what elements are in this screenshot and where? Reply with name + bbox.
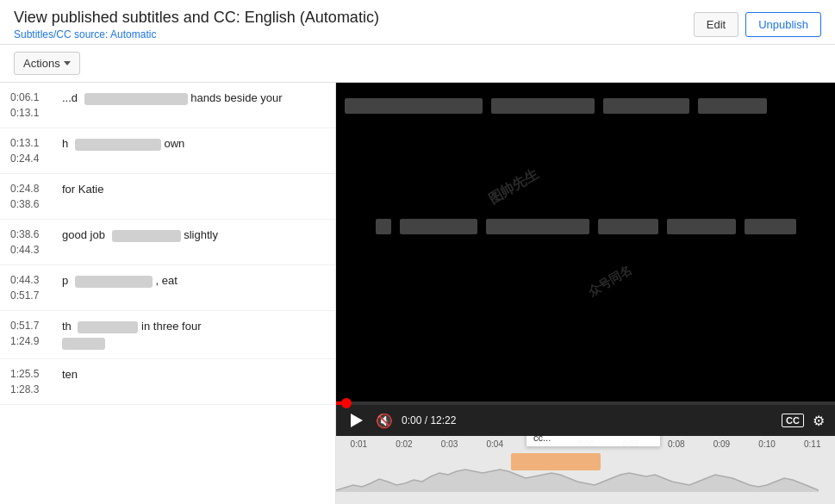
subtitle-list[interactable]: 0:06.10:13.1 ...d hands beside your 0:13… bbox=[0, 83, 336, 504]
subtitle-source: Subtitles/CC source: Automatic bbox=[14, 28, 379, 40]
time-range: 0:06.10:13.1 bbox=[10, 90, 62, 121]
tooltip-line2: cc... bbox=[533, 436, 551, 443]
waveform bbox=[336, 466, 819, 492]
tick: 0:11 bbox=[789, 439, 835, 449]
gear-icon: ⚙ bbox=[813, 414, 825, 428]
subtitle-item[interactable]: 0:38.60:44.3 good job slightly bbox=[0, 220, 335, 265]
blur-block bbox=[667, 219, 736, 234]
tick: 0:01 bbox=[336, 439, 382, 449]
blur-top-row bbox=[345, 98, 826, 114]
tick: 0:02 bbox=[382, 439, 427, 449]
time-range: 0:38.60:44.3 bbox=[10, 227, 62, 258]
video-controls: 🔇 0:00 / 12:22 CC ⚙ bbox=[336, 405, 835, 436]
subtitle-item[interactable]: 0:44.30:51.7 p , eat bbox=[0, 265, 335, 311]
current-time: 0:00 bbox=[402, 414, 421, 426]
blur-block bbox=[376, 219, 391, 234]
timeline[interactable]: 0:01 0:02 0:03 0:04 0:05 0:06 0:07 0:08 … bbox=[336, 436, 835, 504]
timeline-content: an I'm get started cc... bbox=[336, 449, 835, 492]
blur-block bbox=[491, 98, 595, 114]
subtitle-source-label: Subtitles/CC source: bbox=[14, 28, 108, 40]
subtitle-item[interactable]: 1:25.51:28.3 ten bbox=[0, 359, 335, 405]
duration: 12:22 bbox=[430, 414, 456, 426]
subtitle-item[interactable]: 0:51.71:24.9 th in three four bbox=[0, 311, 335, 359]
subtitle-item[interactable]: 0:24.80:38.6 for Katie bbox=[0, 174, 335, 220]
blur-block bbox=[345, 98, 483, 114]
subtitle-text: p , eat bbox=[62, 272, 325, 289]
mute-button[interactable]: 🔇 bbox=[376, 413, 393, 429]
video-inner: 图帅先生 众号同名 bbox=[336, 83, 835, 401]
chevron-down-icon bbox=[64, 61, 71, 65]
subtitle-text: ...d hands beside your bbox=[62, 90, 325, 107]
header-left: View published subtitles and CC: English… bbox=[14, 9, 379, 40]
blur-block bbox=[745, 219, 796, 234]
blur-block bbox=[598, 219, 658, 234]
actions-dropdown[interactable]: Actions bbox=[14, 52, 80, 75]
play-button[interactable] bbox=[346, 410, 367, 431]
header-buttons: Edit Unpublish bbox=[694, 9, 821, 37]
cc-button[interactable]: CC bbox=[782, 414, 804, 427]
watermark: 众号同名 bbox=[585, 263, 634, 301]
time-range: 0:44.30:51.7 bbox=[10, 272, 62, 303]
subtitle-source-value: Automatic bbox=[110, 28, 156, 40]
subtitle-text: for Katie bbox=[62, 181, 325, 198]
timeline-tooltip: an I'm get started cc... bbox=[526, 436, 661, 447]
time-range: 0:24.80:38.6 bbox=[10, 181, 62, 212]
play-icon bbox=[351, 414, 363, 427]
time-range: 0:13.10:24.4 bbox=[10, 135, 62, 166]
blur-block bbox=[400, 219, 477, 234]
time-display: 0:00 / 12:22 bbox=[402, 414, 456, 426]
unpublish-button[interactable]: Unpublish bbox=[745, 12, 821, 37]
time-range: 0:51.71:24.9 bbox=[10, 318, 62, 349]
time-range: 1:25.51:28.3 bbox=[10, 366, 62, 397]
tick: 0:09 bbox=[699, 439, 745, 449]
page-title: View published subtitles and CC: English… bbox=[14, 9, 379, 27]
tick: 0:10 bbox=[745, 439, 790, 449]
actions-label: Actions bbox=[23, 57, 60, 70]
main-content: 0:06.10:13.1 ...d hands beside your 0:13… bbox=[0, 83, 835, 504]
tick: 0:04 bbox=[472, 439, 518, 449]
page-header: View published subtitles and CC: English… bbox=[0, 0, 835, 45]
watermark: 图帅先生 bbox=[485, 165, 542, 208]
blur-block bbox=[698, 98, 767, 114]
video-area: 图帅先生 众号同名 bbox=[336, 83, 835, 401]
tick: 0:03 bbox=[427, 439, 472, 449]
edit-button[interactable]: Edit bbox=[694, 12, 738, 37]
toolbar: Actions bbox=[0, 45, 835, 83]
video-panel: 图帅先生 众号同名 🔇 0:00 / 12:22 CC bbox=[336, 83, 835, 504]
subtitle-item[interactable]: 0:06.10:13.1 ...d hands beside your bbox=[0, 83, 335, 128]
blur-mid-row bbox=[376, 219, 796, 234]
progress-bar[interactable] bbox=[336, 401, 835, 405]
blur-block bbox=[603, 98, 689, 114]
subtitle-text: good job slightly bbox=[62, 227, 325, 244]
subtitle-text: th in three four bbox=[62, 318, 325, 352]
progress-knob[interactable] bbox=[341, 398, 352, 408]
subtitle-item[interactable]: 0:13.10:24.4 h own bbox=[0, 128, 335, 174]
subtitle-text: h own bbox=[62, 135, 325, 152]
settings-button[interactable]: ⚙ bbox=[813, 413, 825, 429]
mute-icon: 🔇 bbox=[376, 413, 393, 429]
subtitle-text: ten bbox=[62, 366, 325, 383]
blur-block bbox=[486, 219, 589, 234]
